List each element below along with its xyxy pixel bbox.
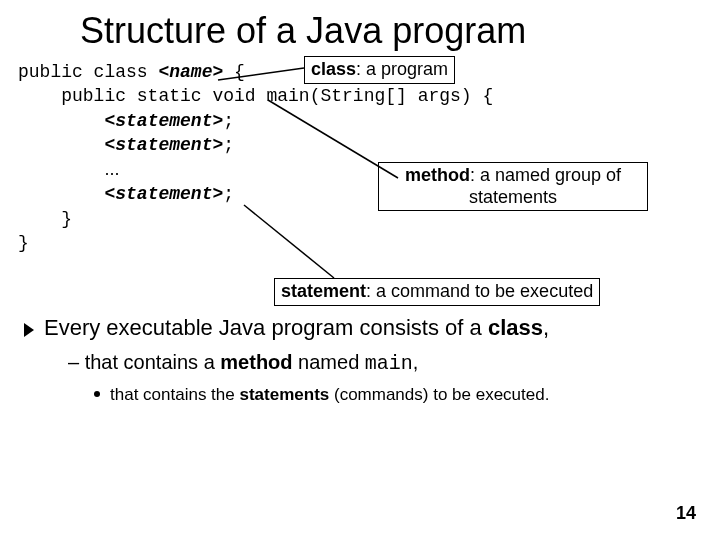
b2-part-a: – that contains a <box>68 351 220 373</box>
callout-method-bold: method <box>405 165 470 185</box>
placeholder-statement: <statement> <box>104 111 223 131</box>
semi: ; <box>223 111 234 131</box>
bullet-level-1: Every executable Java program consists o… <box>24 315 700 341</box>
bullet-list: Every executable Java program consists o… <box>24 315 700 405</box>
code-line-3: <statement>; <box>18 109 720 133</box>
code-line-2: public static void main(String[] args) { <box>18 84 720 108</box>
b1-part-a: Every executable Java program consists o… <box>44 315 488 340</box>
b2-part-e: , <box>413 351 419 373</box>
semi: ; <box>223 184 234 204</box>
bullet-dot-icon <box>94 391 100 397</box>
callout-statement: statement: a command to be executed <box>274 278 600 306</box>
b3-part-b: statements <box>239 385 329 404</box>
semi: ; <box>223 135 234 155</box>
callout-statement-rest: : a command to be executed <box>366 281 593 301</box>
code-line-4: <statement>; <box>18 133 720 157</box>
b2-part-b: method <box>220 351 292 373</box>
code-line-8: } <box>18 231 720 255</box>
placeholder-statement: <statement> <box>104 135 223 155</box>
code-block: public class <name> { public static void… <box>18 60 720 255</box>
callout-method: method: a named group of statements <box>378 162 648 211</box>
ellipsis: ... <box>104 159 119 179</box>
bullet-1-text: Every executable Java program consists o… <box>44 315 549 341</box>
callout-class: class: a program <box>304 56 455 84</box>
b2-part-c: named <box>293 351 365 373</box>
callout-class-rest: : a program <box>356 59 448 79</box>
brace-open-1: { <box>223 62 245 82</box>
b1-part-b: class <box>488 315 543 340</box>
bullet-level-2: – that contains a method named main, <box>68 351 700 375</box>
kw-public-class: public class <box>18 62 158 82</box>
b3-part-c: (commands) to be executed. <box>329 385 549 404</box>
callout-class-bold: class <box>311 59 356 79</box>
placeholder-statement: <statement> <box>104 184 223 204</box>
callout-method-rest: : a named group of statements <box>469 165 621 207</box>
placeholder-name: <name> <box>158 62 223 82</box>
bullet-level-3: that contains the statements (commands) … <box>94 385 700 405</box>
b1-part-c: , <box>543 315 549 340</box>
callout-statement-bold: statement <box>281 281 366 301</box>
page-title: Structure of a Java program <box>80 10 720 52</box>
bullet-arrow-icon <box>24 323 34 337</box>
page-number: 14 <box>676 503 696 524</box>
b2-part-d: main <box>365 352 413 375</box>
b3-part-a: that contains the <box>110 385 239 404</box>
